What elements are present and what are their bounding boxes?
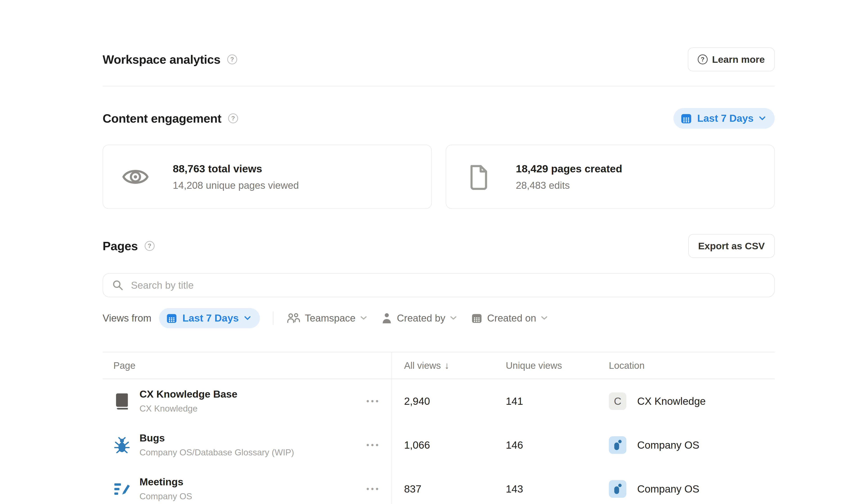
unique-pages-viewed-value: 14,208 unique pages viewed xyxy=(173,180,299,191)
page-title-cell: CX Knowledge Base xyxy=(140,388,237,400)
help-icon[interactable]: ? xyxy=(227,55,237,64)
company-os-logo xyxy=(613,483,622,495)
total-views-value: 88,763 total views xyxy=(173,163,299,175)
edits-value: 28,483 edits xyxy=(516,180,622,191)
chevron-down-icon xyxy=(541,316,548,320)
all-views-value: 837 xyxy=(392,483,493,495)
row-more-button[interactable]: ••• xyxy=(365,394,381,408)
person-icon xyxy=(382,313,392,324)
pages-created-value: 18,429 pages created xyxy=(516,163,622,175)
location-avatar: C xyxy=(609,392,626,410)
search-bar xyxy=(103,273,775,297)
column-header-page[interactable]: Page xyxy=(103,360,392,371)
filters-row: Views from Last 7 Days xyxy=(103,308,775,328)
company-os-avatar xyxy=(609,480,626,498)
pages-header: Pages ? Export as CSV xyxy=(103,233,775,259)
calendar-icon xyxy=(681,113,692,124)
chevron-down-icon xyxy=(450,316,457,320)
help-icon[interactable]: ? xyxy=(228,113,238,123)
teamspace-filter-label: Teamspace xyxy=(305,313,356,324)
meetings-icon xyxy=(113,481,131,497)
help-circle-icon: ? xyxy=(698,55,708,64)
row-more-button[interactable]: ••• xyxy=(365,438,381,452)
page-title: Workspace analytics xyxy=(103,52,220,67)
search-input[interactable] xyxy=(103,273,775,297)
workspace-analytics-page: Workspace analytics ? ? Learn more Conte… xyxy=(103,0,775,504)
views-date-filter-label: Last 7 Days xyxy=(182,312,239,324)
location-name: Company OS xyxy=(637,439,699,451)
page-subtitle-cell: Company OS/Database Glossary (WIP) xyxy=(140,447,294,458)
teamspace-filter[interactable]: Teamspace xyxy=(286,313,367,324)
pages-heading: Pages xyxy=(103,239,138,253)
chevron-down-icon xyxy=(244,316,251,320)
column-divider xyxy=(392,352,392,504)
calendar-icon xyxy=(471,313,482,324)
eye-icon xyxy=(122,166,149,188)
views-date-filter-button[interactable]: Last 7 Days xyxy=(159,308,260,328)
table-row[interactable]: CX Knowledge Base CX Knowledge ••• 2,940… xyxy=(103,379,775,423)
page-subtitle-cell: CX Knowledge xyxy=(140,404,237,414)
row-more-button[interactable]: ••• xyxy=(365,482,381,496)
unique-views-value: 141 xyxy=(493,395,596,407)
stat-cards: 88,763 total views 14,208 unique pages v… xyxy=(103,145,775,209)
section-divider xyxy=(103,86,775,86)
pages-table: Page All views ↓ Unique views Location xyxy=(103,352,775,504)
teamspace-icon xyxy=(286,313,300,324)
export-csv-label: Export as CSV xyxy=(698,241,765,252)
content-engagement-heading: Content engagement xyxy=(103,111,221,125)
calendar-icon xyxy=(166,313,177,324)
filter-divider xyxy=(273,311,273,325)
sort-desc-icon: ↓ xyxy=(444,360,449,371)
column-header-location[interactable]: Location xyxy=(596,360,775,371)
page-icon xyxy=(465,164,492,190)
table-header: Page All views ↓ Unique views Location xyxy=(103,352,775,379)
location-name: Company OS xyxy=(637,483,699,495)
all-views-value: 2,940 xyxy=(392,395,493,407)
unique-views-value: 146 xyxy=(493,439,596,451)
created-by-filter[interactable]: Created by xyxy=(382,313,457,324)
book-icon xyxy=(113,393,131,409)
search-icon xyxy=(112,279,124,291)
bug-icon xyxy=(113,437,131,453)
created-by-filter-label: Created by xyxy=(397,313,445,324)
column-header-all-views[interactable]: All views ↓ xyxy=(392,360,493,371)
page-header: Workspace analytics ? ? Learn more xyxy=(103,47,775,72)
created-on-filter-label: Created on xyxy=(487,313,536,324)
date-range-label: Last 7 Days xyxy=(697,112,754,124)
views-from-label: Views from xyxy=(103,313,152,324)
export-csv-button[interactable]: Export as CSV xyxy=(688,234,775,258)
table-row[interactable]: Meetings Company OS ••• 837 143 Company … xyxy=(103,467,775,504)
page-subtitle-cell: Company OS xyxy=(140,491,192,502)
learn-more-button[interactable]: ? Learn more xyxy=(688,47,775,71)
all-views-value: 1,066 xyxy=(392,439,493,451)
total-views-card: 88,763 total views 14,208 unique pages v… xyxy=(103,145,432,209)
learn-more-label: Learn more xyxy=(712,54,765,65)
table-row[interactable]: Bugs Company OS/Database Glossary (WIP) … xyxy=(103,423,775,467)
page-title-cell: Meetings xyxy=(140,476,192,488)
column-header-unique-views[interactable]: Unique views xyxy=(493,360,596,371)
location-name: CX Knowledge xyxy=(637,395,706,407)
company-os-logo xyxy=(613,439,622,451)
content-engagement-header: Content engagement ? Last 7 Days xyxy=(103,106,775,131)
company-os-avatar xyxy=(609,436,626,454)
page-title-cell: Bugs xyxy=(140,432,294,444)
unique-views-value: 143 xyxy=(493,483,596,495)
created-on-filter[interactable]: Created on xyxy=(471,313,548,324)
help-icon[interactable]: ? xyxy=(145,241,155,251)
date-range-button[interactable]: Last 7 Days xyxy=(673,108,775,129)
chevron-down-icon xyxy=(360,316,367,320)
pages-created-card: 18,429 pages created 28,483 edits xyxy=(446,145,775,209)
chevron-down-icon xyxy=(759,116,766,121)
